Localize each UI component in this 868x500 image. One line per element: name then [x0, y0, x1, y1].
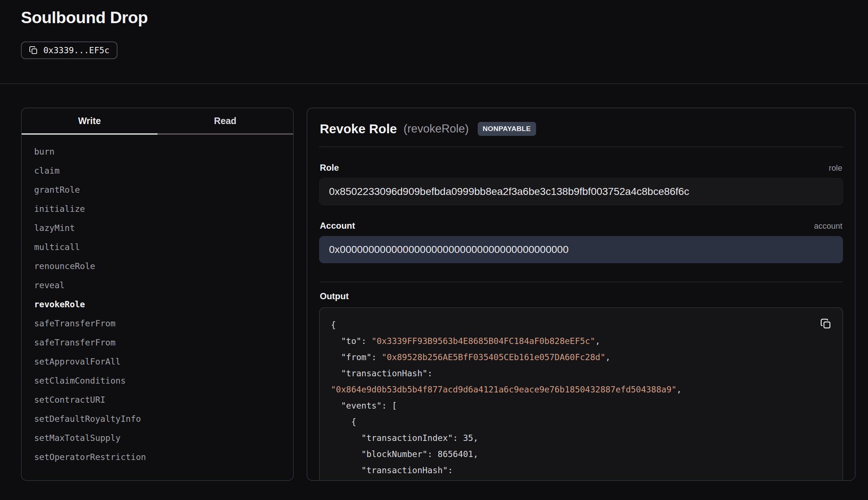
code-token: , — [605, 352, 611, 362]
function-list-item[interactable]: claim — [22, 161, 293, 180]
function-list-item[interactable]: reveal — [22, 276, 293, 295]
tab-bar: Write Read — [22, 108, 293, 135]
detail-subtitle: (revokeRole) — [404, 122, 469, 135]
detail-header: Revoke Role (revokeRole) NONPAYABLE — [319, 108, 843, 147]
tab-write[interactable]: Write — [22, 108, 158, 135]
role-input[interactable]: 0x8502233096d909befbda0999bb8ea2f3a6be3c… — [319, 178, 843, 205]
role-field-label: Role — [320, 163, 339, 173]
code-token: "blockNumber": 8656401, — [331, 449, 478, 459]
function-list-item[interactable]: initialize — [22, 199, 293, 218]
function-detail-panel: Revoke Role (revokeRole) NONPAYABLE Role… — [307, 108, 856, 481]
code-token: { — [331, 320, 336, 330]
code-token: "transactionHash": — [331, 465, 453, 475]
function-list-item[interactable]: setOperatorRestriction — [22, 448, 293, 467]
code-string-token: "0x89528b256AE5BfF035405CEb161e057DA60Fc… — [381, 352, 605, 362]
role-field-header: Role role — [320, 163, 842, 173]
code-line: { — [331, 414, 831, 430]
role-field-hint: role — [829, 163, 842, 173]
account-input[interactable]: 0x00000000000000000000000000000000000000… — [319, 236, 843, 263]
code-string-token: "0x864e9d0b53db5b4f877acd9d6a4121a6c9eac… — [331, 385, 677, 394]
contract-address-badge[interactable]: 0x3339...EF5c — [21, 41, 117, 59]
code-line: "to": "0x3339FF93B9563b4E8685B04FC184aF0… — [331, 333, 831, 349]
function-list-item[interactable]: lazyMint — [22, 218, 293, 238]
account-field-header: Account account — [320, 221, 842, 231]
function-list-item[interactable]: setContractURI — [22, 390, 293, 409]
function-list-item[interactable]: setMaxTotalSupply — [22, 428, 293, 448]
code-token: "transactionHash": — [331, 369, 433, 378]
account-field-hint: account — [814, 221, 842, 231]
page: Soulbound Drop 0x3339...EF5c Write Read … — [0, 0, 868, 500]
copy-output-button[interactable] — [820, 318, 833, 330]
code-token: "transactionIndex": 35, — [331, 433, 478, 443]
copy-icon — [29, 46, 38, 55]
code-string-token: "0x3339FF93B9563b4E8685B04FC184aF0b828eE… — [372, 336, 595, 346]
function-list-item[interactable]: setApprovalForAll — [22, 352, 293, 371]
function-list-item[interactable]: safeTransferFrom — [22, 314, 293, 333]
function-list-item[interactable]: revokeRole — [22, 295, 293, 314]
divider — [0, 83, 868, 84]
code-line: "blockNumber": 8656401, — [331, 446, 831, 462]
function-list-item[interactable]: safeTransferFrom — [22, 333, 293, 352]
code-line: "from": "0x89528b256AE5BfF035405CEb161e0… — [331, 349, 831, 365]
function-list: burnclaimgrantRoleinitializelazyMintmult… — [22, 135, 293, 467]
code-line: "0x864e9d0b53db5b4f877acd9d6a4121a6c9eac… — [331, 381, 831, 398]
code-line: "events": [ — [331, 398, 831, 414]
function-list-item[interactable]: burn — [22, 142, 293, 161]
divider — [320, 282, 842, 282]
contract-address-label: 0x3339...EF5c — [43, 46, 109, 55]
code-line: "transactionIndex": 35, — [331, 430, 831, 446]
function-list-item[interactable]: renounceRole — [22, 257, 293, 276]
output-code: { "to": "0x3339FF93B9563b4E8685B04FC184a… — [331, 317, 831, 478]
function-list-item[interactable]: setClaimConditions — [22, 371, 293, 390]
page-title: Soulbound Drop — [21, 8, 148, 27]
detail-title: Revoke Role — [320, 122, 397, 136]
code-token: { — [331, 417, 356, 427]
mutability-badge: NONPAYABLE — [478, 122, 536, 136]
code-line: "transactionHash": — [331, 365, 831, 381]
account-field-label: Account — [320, 221, 355, 231]
code-token: "from": — [331, 352, 381, 362]
tab-read[interactable]: Read — [158, 108, 293, 135]
output-code-block: { "to": "0x3339FF93B9563b4E8685B04FC184a… — [319, 307, 843, 481]
code-token: "to": — [331, 336, 372, 346]
code-line: "transactionHash": — [331, 462, 831, 478]
function-list-item[interactable]: setDefaultRoyaltyInfo — [22, 409, 293, 428]
code-token: , — [595, 336, 600, 346]
function-list-item[interactable]: grantRole — [22, 180, 293, 199]
code-token: , — [677, 385, 682, 394]
code-token: "events": [ — [331, 401, 397, 410]
code-line: { — [331, 317, 831, 333]
function-list-item[interactable]: multicall — [22, 238, 293, 257]
output-label: Output — [320, 291, 842, 301]
functions-panel: Write Read burnclaimgrantRoleinitializel… — [21, 108, 294, 481]
